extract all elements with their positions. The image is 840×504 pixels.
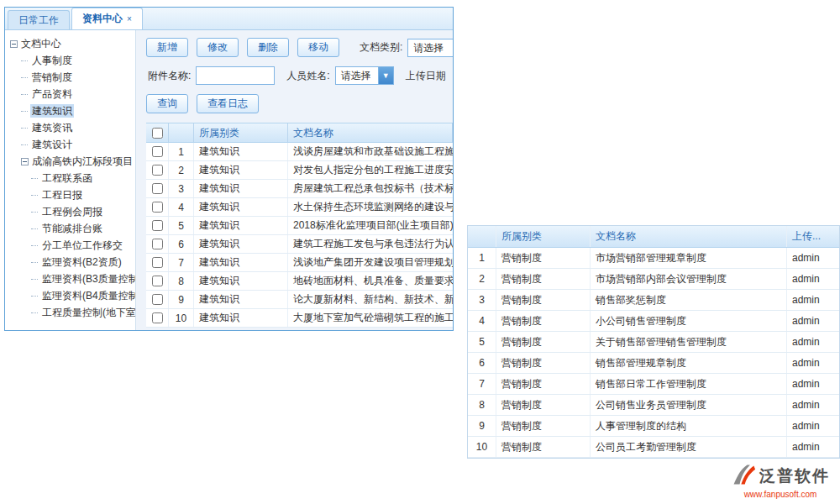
select-all-checkbox[interactable] [152, 128, 163, 139]
table-row[interactable]: 9 建筑知识 论大厦新材料、新结构、新技术、新工... [146, 291, 453, 309]
row-number: 6 [468, 353, 496, 373]
person-name-label: 人员姓名: [286, 69, 329, 83]
header-checkbox-cell [146, 123, 169, 142]
row-checkbox[interactable] [152, 312, 163, 323]
attachment-name-input[interactable] [196, 66, 275, 85]
row-checkbox-cell [146, 180, 169, 197]
table-row[interactable]: 5 建筑知识 2018标准化监理项目部(业主项目部)人员... [146, 217, 453, 235]
table-row[interactable]: 6 营销制度 销售部管理规章制度 admin [468, 353, 839, 374]
row-checkbox[interactable] [152, 183, 163, 194]
toolbar-row-3: 查询 查看日志 [146, 94, 453, 113]
doc-type-label: 文档类别: [360, 40, 402, 55]
person-name-value: 请选择 [336, 67, 378, 84]
table-row[interactable]: 1 建筑知识 浅谈房屋建筑和市政基础设施工程施工... [146, 143, 453, 161]
tab-close-icon[interactable]: × [127, 14, 132, 24]
tree-item[interactable]: 建筑资讯 [10, 119, 135, 136]
row-checkbox[interactable] [152, 276, 163, 286]
tab-data-center[interactable]: 资料中心× [71, 8, 143, 29]
table-row[interactable]: 4 营销制度 小公司销售管理制度 admin [468, 311, 839, 332]
table-row[interactable]: 7 建筑知识 浅谈地产集团开发建设项目管理规划编... [146, 254, 453, 272]
table-row[interactable]: 2 建筑知识 对发包人指定分包的工程施工进度安排... [146, 161, 453, 180]
row-doc-name: 2018标准化监理项目部(业主项目部)人员... [288, 217, 453, 234]
tree-item[interactable]: 分工单位工作移交 [10, 237, 135, 254]
view-log-button[interactable]: 查看日志 [197, 94, 259, 113]
row-checkbox[interactable] [152, 257, 163, 268]
row-doc-name: 销售部管理规章制度 [591, 353, 787, 373]
table-row[interactable]: 8 营销制度 公司销售业务员管理制度 admin [468, 395, 839, 416]
tree-item[interactable]: 工程例会周报 [10, 203, 135, 220]
row-number: 10 [169, 309, 194, 327]
table-row[interactable]: 4 建筑知识 水土保持生态环境监测网络的建设与资... [146, 198, 453, 217]
tree-item[interactable]: 产品资料 [10, 86, 135, 102]
collapse-icon[interactable] [10, 40, 18, 48]
tree-item[interactable]: 监理资料(B4质量控制) [10, 287, 135, 304]
collapse-icon[interactable] [21, 158, 29, 165]
tree-item-label: 工程例会周报 [40, 205, 104, 218]
delete-button[interactable]: 删除 [247, 38, 289, 57]
row-number: 8 [169, 272, 194, 290]
row-checkbox[interactable] [152, 202, 163, 213]
tree-project-root[interactable]: 成渝高铁内江标段项目 [10, 153, 135, 170]
tree-item-label: 建筑设计 [30, 138, 74, 151]
table-row[interactable]: 9 营销制度 人事管理制度的结构 admin [468, 416, 839, 437]
tree-item[interactable]: 工程日报 [10, 186, 135, 203]
row-checkbox[interactable] [152, 294, 163, 305]
table-row[interactable]: 8 建筑知识 地砖地面材料、机具准备、质量要求及... [146, 272, 453, 291]
table-body: 1 营销制度 市场营销部管理规章制度 admin 2 营销制度 市场营销部内部会… [468, 248, 839, 458]
row-category: 营销制度 [496, 416, 591, 436]
tree-item[interactable]: 人事制度 [10, 52, 135, 69]
tree-item[interactable]: 监理资料(B3质量控制) [10, 270, 135, 287]
table-row[interactable]: 10 营销制度 公司员工考勤管理制度 admin [468, 437, 839, 458]
row-doc-name: 市场营销部管理规章制度 [591, 248, 787, 268]
row-checkbox-cell [146, 272, 169, 290]
tree-item[interactable]: 节能减排台账 [10, 220, 135, 237]
table-row[interactable]: 5 营销制度 关于销售部管理销售管理制度 admin [468, 332, 839, 353]
table-row[interactable]: 10 建筑知识 大厦地下室加气砼墙砌筑工程的施工方... [146, 309, 453, 328]
table-row[interactable]: 2 营销制度 市场营销部内部会议管理制度 admin [468, 269, 839, 290]
table-row[interactable]: 6 建筑知识 建筑工程施工发包与承包违法行为认定... [146, 235, 453, 254]
row-category: 营销制度 [496, 353, 591, 373]
tree-item[interactable]: 建筑设计 [10, 136, 135, 153]
tab-label: 日常工作 [18, 14, 59, 26]
query-button[interactable]: 查询 [146, 94, 188, 113]
move-button[interactable]: 移动 [297, 38, 339, 57]
row-category: 营销制度 [496, 248, 591, 268]
row-doc-name: 论大厦新材料、新结构、新技术、新工... [288, 291, 453, 308]
tree-item[interactable]: 工程联系函 [10, 170, 135, 186]
row-category: 营销制度 [496, 437, 591, 457]
add-button[interactable]: 新增 [146, 38, 188, 57]
tree-root[interactable]: 文档中心 [10, 35, 135, 52]
tab-daily-work[interactable]: 日常工作 [8, 10, 70, 29]
row-checkbox[interactable] [152, 220, 163, 231]
tree-item[interactable]: 建筑知识 [10, 102, 135, 119]
row-category: 营销制度 [496, 374, 591, 394]
table-row[interactable]: 3 建筑知识 房屋建筑工程总承包投标书（技术标）... [146, 180, 453, 198]
person-name-select[interactable]: 请选择 ▼ [335, 66, 394, 85]
row-doc-name: 关于销售部管理销售管理制度 [591, 332, 787, 352]
row-number: 10 [468, 437, 496, 457]
table-row[interactable]: 1 营销制度 市场营销部管理规章制度 admin [468, 248, 839, 269]
row-number: 1 [169, 143, 194, 160]
header-uploader: 上传... [787, 226, 839, 247]
row-checkbox[interactable] [152, 146, 163, 157]
document-center-window: 日常工作 资料中心× 文档中心 人事制度营销制度产品资料建筑知识建筑资讯建筑设计… [4, 7, 454, 331]
row-checkbox-cell [146, 235, 169, 253]
fanpu-logo-text: 泛普软件 [759, 465, 830, 487]
table-header-row: 所属别类 文档名称 上传... [468, 226, 839, 248]
tree-item[interactable]: 营销制度 [10, 69, 135, 86]
chevron-down-icon[interactable]: ▼ [378, 67, 393, 84]
table-row[interactable]: 3 营销制度 销售部奖惩制度 admin [468, 290, 839, 311]
row-doc-name: 地砖地面材料、机具准备、质量要求及... [288, 272, 453, 290]
header-number [169, 123, 194, 142]
doc-type-select[interactable]: 请选择 ▼ [407, 39, 453, 57]
row-checkbox[interactable] [152, 165, 163, 176]
row-uploader: admin [787, 395, 839, 415]
tree-item[interactable]: 监理资料(B2资质) [10, 254, 135, 270]
edit-button[interactable]: 修改 [197, 38, 239, 57]
tree-item[interactable]: 工程质量控制(地下室) [10, 304, 135, 321]
row-category: 建筑知识 [194, 254, 288, 271]
table-row[interactable]: 7 营销制度 销售部日常工作管理制度 admin [468, 374, 839, 395]
row-uploader: admin [787, 311, 839, 331]
row-number: 5 [169, 217, 194, 234]
row-checkbox[interactable] [152, 239, 163, 249]
